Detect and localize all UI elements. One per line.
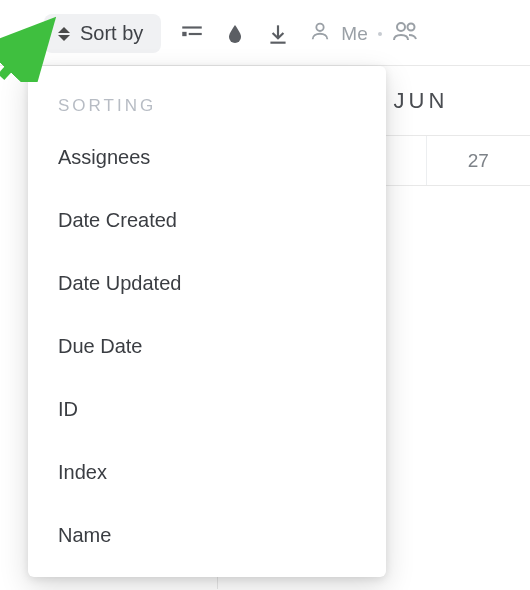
group-by-icon[interactable] xyxy=(179,21,205,47)
download-icon[interactable] xyxy=(265,21,291,47)
people-icon[interactable] xyxy=(392,20,418,47)
toolbar: Sort by Me xyxy=(0,0,530,66)
filter-me-label: Me xyxy=(341,23,367,45)
sort-option-name[interactable]: Name xyxy=(28,504,386,567)
sort-by-button[interactable]: Sort by xyxy=(44,14,161,53)
droplet-icon[interactable] xyxy=(223,22,247,46)
day-cell[interactable]: 27 xyxy=(427,136,530,185)
svg-point-6 xyxy=(407,24,414,31)
sort-option-due-date[interactable]: Due Date xyxy=(28,315,386,378)
svg-rect-2 xyxy=(183,31,187,35)
content-area: N - 28 JUN 25 26 27 SORTING Assignees Da… xyxy=(0,66,530,589)
svg-point-4 xyxy=(317,24,324,31)
person-icon xyxy=(309,20,331,47)
sort-option-index[interactable]: Index xyxy=(28,441,386,504)
svg-point-5 xyxy=(397,23,405,31)
sort-by-button-label: Sort by xyxy=(80,22,143,45)
sort-option-date-updated[interactable]: Date Updated xyxy=(28,252,386,315)
sort-arrows-icon xyxy=(58,27,70,41)
separator-dot xyxy=(378,32,382,36)
filter-me-group[interactable]: Me xyxy=(309,20,417,47)
dropdown-header: SORTING xyxy=(28,96,386,126)
sort-dropdown: SORTING Assignees Date Created Date Upda… xyxy=(28,66,386,577)
sort-option-assignees[interactable]: Assignees xyxy=(28,126,386,189)
sort-option-id[interactable]: ID xyxy=(28,378,386,441)
sort-option-date-created[interactable]: Date Created xyxy=(28,189,386,252)
